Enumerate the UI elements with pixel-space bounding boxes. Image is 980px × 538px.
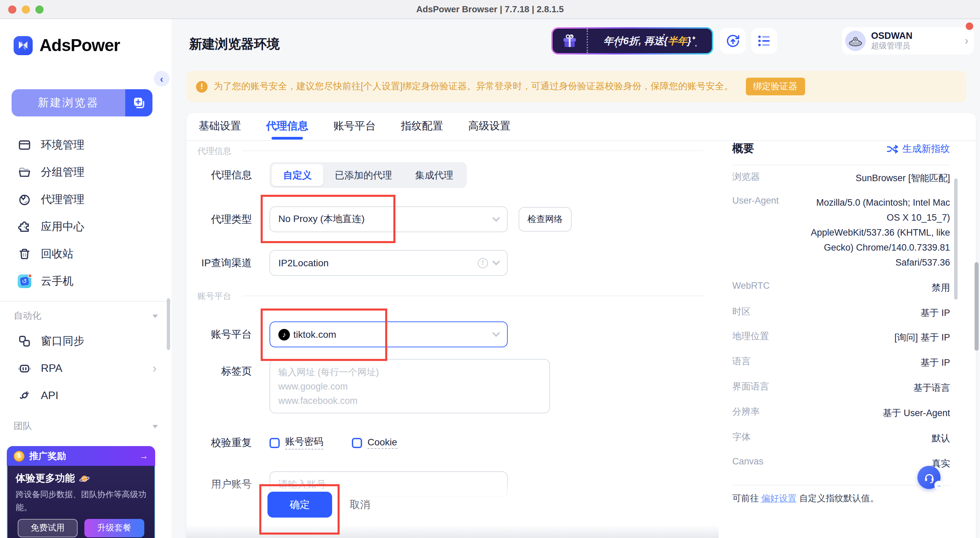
summary-row: 时区基于 IP [732, 300, 950, 326]
promo-widget: $ 推广奖励 → 体验更多功能 跨设备同步数据、团队协作等高级功能。 免费试用 … [7, 446, 155, 538]
sidebar-item-label: 应用中心 [41, 220, 84, 234]
preferences-link[interactable]: 偏好设置 [761, 493, 797, 503]
window-title: AdsPower Browser | 7.7.18 | 2.8.1.5 [0, 0, 980, 19]
sidebar-scrollbar-thumb[interactable] [167, 298, 170, 350]
warning-icon: ! [196, 81, 208, 92]
sidebar-item-api[interactable]: API [0, 382, 172, 409]
cloud-phone-icon: ↺ [18, 275, 31, 288]
tab-proxy-info[interactable]: 代理信息 [266, 113, 308, 140]
proxy-type-select[interactable]: No Proxy (本地直连) [269, 206, 508, 232]
promo-ticket-banner[interactable]: 年付6折, 再送{半年}✦ [551, 27, 713, 54]
upgrade-plan-button[interactable]: 升级套餐 [84, 519, 144, 537]
referral-label: 推广奖励 [29, 450, 66, 462]
sidebar-item-cloudphone[interactable]: ↺ 云手机 [0, 268, 172, 295]
user-menu[interactable]: OSDWAN 超级管理员 › [842, 27, 974, 54]
brand-name: AdsPower [40, 35, 120, 55]
section-label: 团队 [14, 420, 32, 433]
chevron-down-icon [492, 258, 500, 266]
sidebar-item-rpa[interactable]: RPA › [0, 355, 172, 382]
panel-divider [732, 485, 950, 485]
platform-label: 账号平台 [186, 328, 252, 341]
summary-row: 地理位置[询问] 基于 IP [732, 326, 950, 351]
summary-row: 界面语言基于语言 [732, 375, 950, 401]
sidebar-item-window-sync[interactable]: 窗口同步 [0, 327, 172, 355]
ip-channel-select[interactable]: IP2Location ! [269, 250, 508, 276]
panel-scrollbar-thumb[interactable] [954, 179, 958, 300]
customer-support-button[interactable]: → [917, 466, 940, 489]
sidebar-item-label: 代理管理 [41, 192, 84, 207]
proxy-mode-added[interactable]: 已添加的代理 [323, 164, 404, 186]
puzzle-icon [18, 220, 31, 233]
tab-account-platform[interactable]: 账号平台 [334, 113, 375, 140]
bind-authenticator-button[interactable]: 绑定验证器 [746, 78, 805, 95]
proxy-mode-custom[interactable]: 自定义 [272, 164, 323, 186]
promo-title: 体验更多功能 [16, 472, 75, 485]
fingerprint-summary-panel: 概要 生成新指纹 浏览器SunBrowser [智能匹配] User-Agent… [732, 142, 950, 504]
page-scrollbar-thumb[interactable] [975, 262, 978, 351]
sidebar-item-label: RPA [41, 362, 62, 375]
sidebar-nav: 环境管理 分组管理 代理管理 应用中心 回收站 ↺ 云手机 [0, 131, 172, 295]
dedupe-row: 校验重复 账号密码 Cookie [186, 436, 426, 449]
user-role: 超级管理员 [871, 42, 913, 51]
generate-fingerprint-link[interactable]: 生成新指纹 [887, 143, 950, 155]
sidebar-item-label: 云手机 [41, 274, 73, 288]
refresh-icon [725, 34, 740, 48]
tab-fingerprint-config[interactable]: 指纹配置 [401, 113, 443, 140]
chevron-right-icon: › [965, 34, 969, 48]
platform-select[interactable]: ♪ tiktok.com [269, 321, 508, 347]
summary-row: 字体默认 [732, 426, 950, 451]
tab-advanced-settings[interactable]: 高级设置 [468, 113, 511, 140]
plug-icon [18, 389, 31, 402]
sidebar-item-proxy[interactable]: 代理管理 [0, 186, 172, 213]
checkbox-label: Cookie [368, 436, 397, 449]
checkbox-label: 账号密码 [285, 436, 323, 449]
sidebar-section-team[interactable]: 团队 [14, 420, 158, 433]
user-name: OSDWAN [871, 31, 913, 42]
checkbox-icon[interactable] [352, 437, 362, 448]
new-browser-plus-icon[interactable] [125, 89, 153, 117]
summary-row: Canvas真实 [732, 451, 950, 476]
window-sync-icon [18, 334, 31, 348]
tabs-page-textarea[interactable]: 输入网址 (每行一个网址) www.google.com www.faceboo… [269, 359, 550, 413]
brand: AdsPower [14, 35, 120, 55]
environment-list-button[interactable] [751, 28, 777, 54]
platform-row: 账号平台 ♪ tiktok.com [186, 321, 508, 347]
sidebar-item-recycle[interactable]: 回收站 [0, 240, 172, 268]
planet-icon [79, 473, 90, 484]
coin-icon: $ [14, 450, 24, 461]
sync-button[interactable] [720, 28, 746, 54]
adspower-logo-icon [14, 36, 33, 55]
trash-icon [18, 247, 31, 261]
new-browser-button[interactable]: 新建浏览器 [11, 89, 153, 117]
chevron-down-icon [153, 314, 158, 318]
tab-basic-settings[interactable]: 基础设置 [199, 113, 241, 140]
info-icon: ! [478, 258, 488, 268]
check-network-button[interactable]: 检查网络 [519, 207, 572, 231]
chevron-down-icon [153, 425, 158, 428]
sidebar-item-label: 回收站 [41, 247, 73, 261]
preferences-note: 可前往 偏好设置 自定义指纹默认值。 [732, 492, 950, 504]
proxy-mode-integrated[interactable]: 集成代理 [404, 164, 465, 186]
form-footer: 确定 取消 [186, 478, 719, 538]
avatar [845, 30, 865, 51]
tabs-page-row: 标签页 输入网址 (每行一个网址) www.google.com www.fac… [186, 359, 550, 413]
sidebar-collapse-button[interactable]: ‹ [154, 71, 169, 86]
headset-icon [923, 471, 935, 484]
dedupe-credentials-checkbox[interactable]: 账号密码 [269, 436, 323, 449]
sidebar-item-environment[interactable]: 环境管理 [0, 131, 172, 159]
checkbox-icon[interactable] [269, 437, 280, 448]
section-platform-label: 账号平台 [197, 291, 231, 302]
folder-icon [18, 166, 31, 179]
ip-channel-row: IP查询渠道 IP2Location ! [186, 250, 508, 276]
free-trial-button[interactable]: 免费试用 [18, 519, 78, 537]
globe-pin-icon [18, 193, 31, 206]
sidebar-section-automation[interactable]: 自动化 [14, 310, 158, 322]
sidebar-item-appcenter[interactable]: 应用中心 [0, 213, 172, 240]
arrow-right-icon: → [934, 481, 943, 490]
proxy-info-label: 代理信息 [186, 169, 252, 182]
sidebar-item-groups[interactable]: 分组管理 [0, 159, 172, 186]
referral-rewards-banner[interactable]: $ 推广奖励 → [7, 446, 155, 466]
dedupe-cookie-checkbox[interactable]: Cookie [352, 436, 397, 449]
confirm-button[interactable]: 确定 [267, 492, 332, 517]
cancel-button[interactable]: 取消 [350, 492, 370, 517]
